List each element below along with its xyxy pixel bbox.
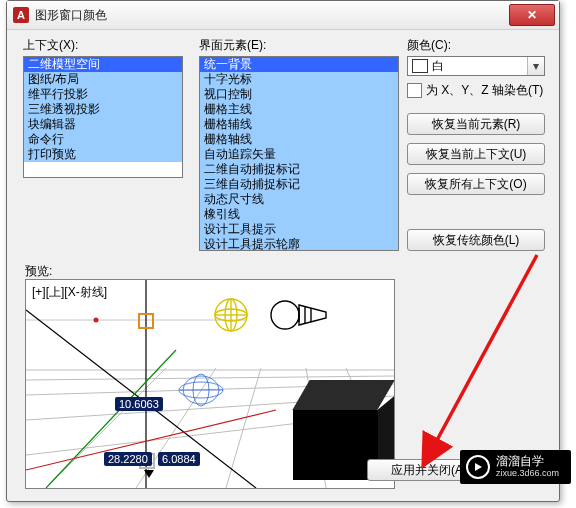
watermark: 溜溜自学 zixue.3d66.com [460, 450, 571, 484]
close-button[interactable]: ✕ [509, 4, 555, 26]
list-item[interactable]: 图纸/布局 [24, 72, 182, 87]
list-item[interactable]: 橡引线 [200, 207, 398, 222]
measure-tooltip-1: 10.6063 [115, 397, 163, 411]
orange-handle-icon [138, 313, 154, 329]
close-icon: ✕ [527, 8, 537, 22]
interface-label: 界面元素(E): [199, 37, 399, 54]
context-label: 上下文(X): [23, 37, 183, 54]
preview-label: 预览: [25, 263, 52, 280]
list-item[interactable]: 命令行 [24, 132, 182, 147]
svg-point-28 [94, 318, 99, 323]
cursor-marker-icon [144, 470, 154, 478]
play-icon [466, 455, 490, 479]
tint-checkbox-row[interactable]: 为 X、Y、Z 轴染色(T) [407, 82, 547, 99]
watermark-brand: 溜溜自学 [496, 455, 559, 468]
list-item[interactable]: 栅格辅线 [200, 117, 398, 132]
watermark-url: zixue.3d66.com [496, 469, 559, 479]
list-item[interactable]: 打印预览 [24, 147, 182, 162]
tint-checkbox-label: 为 X、Y、Z 轴染色(T) [426, 82, 543, 99]
restore-context-button[interactable]: 恢复当前上下文(U) [407, 143, 545, 165]
list-item[interactable]: 栅格轴线 [200, 132, 398, 147]
preview-area: [+][上][X-射线] [25, 279, 395, 489]
list-item[interactable]: 十字光标 [200, 72, 398, 87]
svg-point-24 [271, 301, 299, 329]
interface-elements-list[interactable]: 统一背景十字光标视口控制栅格主线栅格辅线栅格轴线自动追踪矢量二维自动捕捉标记三维… [199, 56, 399, 251]
restore-legacy-button[interactable]: 恢复传统颜色(L) [407, 229, 545, 251]
app-icon: A [13, 7, 29, 23]
list-item[interactable]: 维平行投影 [24, 87, 182, 102]
list-item[interactable]: 自动追踪矢量 [200, 147, 398, 162]
context-list[interactable]: 二维模型空间图纸/布局维平行投影三维透视投影块编辑器命令行打印预览 [23, 56, 183, 178]
restore-element-button[interactable]: 恢复当前元素(R) [407, 113, 545, 135]
color-combo[interactable]: 白 ▾ [407, 56, 545, 76]
color-label: 颜色(C): [407, 37, 547, 54]
list-item[interactable]: 动态尺寸线 [200, 192, 398, 207]
tint-checkbox[interactable] [407, 83, 422, 98]
svg-marker-30 [475, 463, 482, 471]
list-item[interactable]: 三维自动捕捉标记 [200, 177, 398, 192]
restore-all-button[interactable]: 恢复所有上下文(O) [407, 173, 545, 195]
measure-tooltip-2a: 28.2280 [104, 452, 152, 466]
list-item[interactable]: 设计工具提示 [200, 222, 398, 237]
svg-line-13 [46, 350, 176, 488]
dialog: A 图形窗口颜色 ✕ 上下文(X): 二维模型空间图纸/布局维平行投影三维透视投… [6, 0, 560, 502]
list-item[interactable]: 统一背景 [200, 57, 398, 72]
list-item[interactable]: 设计工具提示轮廓 [200, 237, 398, 251]
list-item[interactable]: 三维透视投影 [24, 102, 182, 117]
list-item[interactable]: 栅格主线 [200, 102, 398, 117]
measure-tooltip-2b: 6.0884 [158, 452, 200, 466]
color-value: 白 [432, 58, 527, 75]
list-item[interactable]: 视口控制 [200, 87, 398, 102]
titlebar: A 图形窗口颜色 ✕ [7, 1, 559, 30]
preview-cube [293, 395, 378, 480]
color-swatch [412, 59, 428, 73]
chevron-down-icon: ▾ [527, 57, 544, 75]
list-item[interactable]: 块编辑器 [24, 117, 182, 132]
list-item[interactable]: 二维自动捕捉标记 [200, 162, 398, 177]
list-item[interactable]: 二维模型空间 [24, 57, 182, 72]
window-title: 图形窗口颜色 [35, 7, 509, 24]
